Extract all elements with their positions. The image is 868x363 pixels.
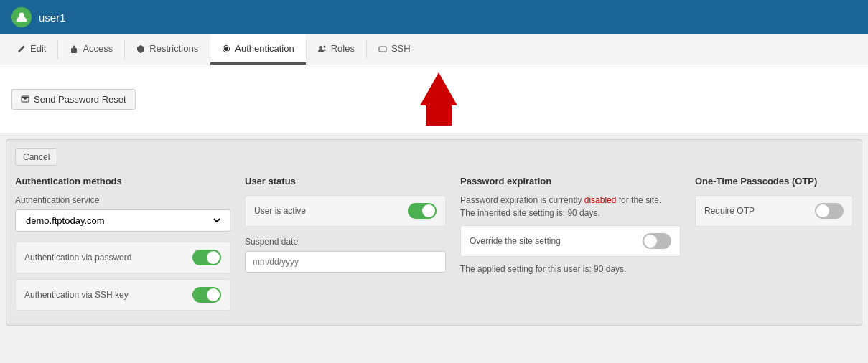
- auth-password-toggle-knob: [207, 251, 220, 264]
- tab-access[interactable]: Access: [58, 34, 124, 65]
- pw-expiration-info: Password expiration is currently disable…: [460, 195, 681, 205]
- otp-column: One-Time Passcodes (OTP) Require OTP: [695, 176, 853, 316]
- svg-rect-5: [379, 47, 386, 52]
- auth-password-row: Authentication via password: [15, 242, 230, 273]
- applied-setting: The applied setting for this user is: 90…: [460, 264, 681, 274]
- tab-ssh[interactable]: SSH: [367, 34, 422, 65]
- columns-layout: Authentication methods Authentication se…: [15, 176, 853, 316]
- svg-point-4: [323, 45, 325, 47]
- user-status-column: User status User is active Suspend date: [245, 176, 446, 316]
- otp-row: Require OTP: [695, 195, 853, 227]
- otp-toggle[interactable]: [815, 203, 844, 219]
- email-icon: [21, 95, 29, 103]
- auth-password-label: Authentication via password: [24, 253, 131, 263]
- otp-toggle-knob: [816, 204, 829, 217]
- tab-roles[interactable]: Roles: [307, 34, 366, 65]
- main-content: Cancel Authentication methods Authentica…: [6, 139, 862, 326]
- svg-rect-1: [71, 48, 77, 53]
- user-active-row: User is active: [245, 195, 446, 227]
- toolbar: Send Password Reset: [0, 65, 868, 133]
- avatar: [11, 7, 32, 27]
- password-expiration-title: Password expiration: [460, 176, 681, 187]
- override-box: Override the site setting: [460, 225, 681, 257]
- cancel-button[interactable]: Cancel: [15, 148, 57, 166]
- tab-edit[interactable]: Edit: [6, 34, 57, 65]
- user-active-label: User is active: [254, 206, 306, 216]
- send-password-reset-button[interactable]: Send Password Reset: [11, 89, 136, 110]
- require-otp-label: Require OTP: [704, 206, 755, 216]
- auth-service-label: Authentication service: [15, 195, 230, 205]
- otp-title: One-Time Passcodes (OTP): [695, 176, 853, 187]
- auth-methods-title: Authentication methods: [15, 176, 230, 187]
- suspend-date-input[interactable]: [245, 251, 446, 273]
- suspend-date-label: Suspend date: [245, 237, 446, 247]
- auth-ssh-key-toggle-knob: [207, 288, 220, 301]
- auth-service-select-wrapper[interactable]: demo.ftptoday.com: [15, 209, 230, 232]
- override-toggle[interactable]: [643, 233, 671, 249]
- header: user1: [0, 0, 868, 34]
- tab-authentication[interactable]: Authentication: [210, 34, 305, 65]
- override-label: Override the site setting: [470, 236, 561, 246]
- svg-point-3: [319, 46, 322, 49]
- arrow-head: [420, 72, 457, 105]
- password-expiration-column: Password expiration Password expiration …: [460, 176, 681, 316]
- user-status-title: User status: [245, 176, 446, 187]
- user-active-toggle-knob: [422, 204, 435, 217]
- auth-service-select[interactable]: demo.ftptoday.com: [23, 214, 223, 227]
- override-toggle-knob: [644, 235, 657, 248]
- pw-inherited-info: The inherited site setting is: 90 days.: [460, 208, 681, 218]
- tabs-bar: Edit Access Restrictions Authentication …: [0, 34, 868, 65]
- auth-ssh-key-toggle[interactable]: [192, 287, 221, 303]
- user-active-toggle[interactable]: [408, 203, 437, 219]
- tab-restrictions[interactable]: Restrictions: [125, 34, 210, 65]
- red-arrow-indicator: [420, 72, 457, 126]
- header-username: user1: [39, 11, 66, 24]
- auth-ssh-key-row: Authentication via SSH key: [15, 279, 230, 311]
- arrow-container: [136, 72, 742, 126]
- auth-methods-column: Authentication methods Authentication se…: [15, 176, 230, 316]
- auth-password-toggle[interactable]: [192, 250, 221, 265]
- auth-ssh-key-label: Authentication via SSH key: [24, 290, 129, 300]
- arrow-shaft: [426, 105, 452, 126]
